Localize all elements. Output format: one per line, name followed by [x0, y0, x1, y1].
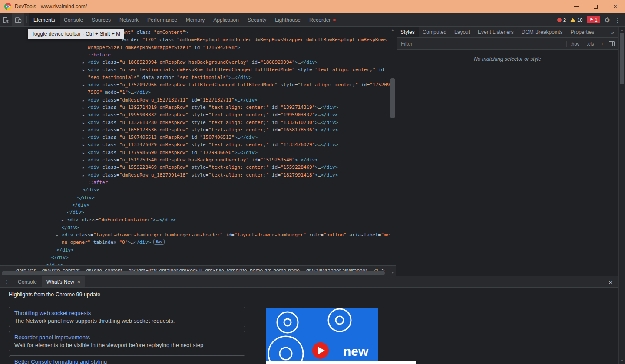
- elements-horizontal-scrollbar-thumb[interactable]: [2, 271, 385, 275]
- expand-arrow-icon[interactable]: ▶: [62, 217, 63, 224]
- dom-tree-line[interactable]: 7966" mode="1">…</div>: [0, 89, 396, 96]
- dom-tree-line[interactable]: ▶<div class="u_seo-testimonials dmRespRo…: [0, 66, 396, 73]
- dom-tree-line[interactable]: ::before: [0, 51, 396, 59]
- styles-tab-styles[interactable]: Styles: [397, 27, 419, 37]
- error-indicator[interactable]: 2: [557, 17, 566, 23]
- dom-tree-line[interactable]: ▶<div class="u_1868920994 dmRespRow hasB…: [0, 59, 396, 66]
- dom-tree-line[interactable]: "seo-testimonials" data-anchor="seo-test…: [0, 74, 396, 81]
- panel-tab-application[interactable]: Application: [209, 13, 243, 26]
- dom-tree-line[interactable]: nu opener" tabindex="0">…</div>flex: [0, 239, 396, 246]
- window-vertical-scrollbar[interactable]: ▲ ▼: [618, 27, 625, 364]
- scroll-down-icon[interactable]: ▼: [390, 270, 396, 275]
- panel-tab-elements[interactable]: Elements: [29, 13, 60, 26]
- inspect-element-button[interactable]: [0, 13, 12, 26]
- scroll-up-icon[interactable]: ▲: [390, 27, 396, 33]
- dom-tree-line[interactable]: ▶<div class="dmRespRow u_1527132711" id=…: [0, 96, 396, 104]
- panel-tab-security[interactable]: Security: [243, 13, 271, 26]
- panel-tab-performance[interactable]: Performance: [143, 13, 182, 26]
- styles-tab-dom-breakpoints[interactable]: DOM Breakpoints: [518, 27, 567, 37]
- scrollbar-thumb[interactable]: [390, 78, 395, 118]
- panel-tab-console[interactable]: Console: [60, 13, 87, 26]
- styles-tab-properties[interactable]: Properties: [567, 27, 599, 37]
- styles-tab-event-listeners[interactable]: Event Listeners: [474, 27, 518, 37]
- settings-gear-icon[interactable]: ⚙: [605, 16, 610, 24]
- toggle-sidebar-pane-icon[interactable]: [609, 41, 615, 46]
- more-tabs-chevron-icon[interactable]: »: [607, 27, 618, 37]
- dom-tree-line[interactable]: ▶<div class="u_1392714319 dmRespRow" sty…: [0, 104, 396, 111]
- close-tab-icon[interactable]: ×: [77, 279, 81, 285]
- dom-tree-line[interactable]: ▶<div class="u_1658178536 dmRespRow" sty…: [0, 126, 396, 134]
- drawer-menu-icon[interactable]: ⋮: [0, 276, 13, 287]
- whats-new-video-thumbnail[interactable]: new: [266, 308, 378, 364]
- warning-indicator[interactable]: 10: [570, 17, 582, 23]
- close-button[interactable]: ×: [605, 0, 625, 13]
- card-title-link[interactable]: Better Console formatting and styling: [14, 358, 240, 364]
- expand-arrow-icon[interactable]: ▶: [83, 59, 84, 67]
- line-content: ▶<div class="u_1507406513 dmRespRow" id=…: [88, 134, 258, 140]
- drawer-tab-what-s-new[interactable]: What's New×: [42, 276, 85, 287]
- dom-tree-line[interactable]: ▶<div class="layout-drawer-hamburger ham…: [0, 231, 396, 239]
- expand-arrow-icon[interactable]: ▶: [83, 97, 84, 105]
- expand-arrow-icon[interactable]: ▶: [83, 142, 84, 149]
- dom-tree-line[interactable]: </div>: [0, 194, 396, 201]
- dom-tree-line[interactable]: </div>: [0, 201, 396, 209]
- card-title-link[interactable]: Recorder panel improvements: [14, 334, 240, 341]
- dom-tree-line[interactable]: ▶<div class="u_1752097966 dmRespRow full…: [0, 81, 396, 89]
- expand-arrow-icon[interactable]: ▶: [83, 112, 84, 119]
- dom-tree-line[interactable]: </div>: [0, 186, 396, 193]
- dom-tree-line[interactable]: ▶<div class="dmRespRow u_1827991418" sty…: [0, 171, 396, 179]
- code-token: "175209: [370, 82, 390, 88]
- dom-tree-line[interactable]: ▶<div class="u_1779986690 dmRespRow" id=…: [0, 149, 396, 156]
- styles-tab-layout[interactable]: Layout: [450, 27, 474, 37]
- expand-arrow-icon[interactable]: ▶: [83, 105, 84, 112]
- expand-arrow-icon[interactable]: ▶: [83, 127, 84, 134]
- dom-tree-line[interactable]: </div>: [0, 261, 396, 265]
- card-title-link[interactable]: Throttling web socket requests: [14, 310, 240, 316]
- scroll-down-icon[interactable]: ▼: [619, 358, 625, 364]
- expand-arrow-icon[interactable]: ▶: [56, 232, 58, 239]
- dom-tree-line[interactable]: ▶<div class="u_1995903332 dmRespRow" sty…: [0, 111, 396, 118]
- dom-tree-line[interactable]: </div>: [0, 254, 396, 261]
- expand-arrow-icon[interactable]: ▶: [83, 157, 84, 164]
- scrollbar-thumb[interactable]: [620, 33, 624, 84]
- dom-tree-line[interactable]: ::after: [0, 179, 396, 186]
- close-drawer-button[interactable]: ×: [606, 276, 615, 288]
- expand-arrow-icon[interactable]: ▶: [83, 150, 84, 157]
- scroll-up-icon[interactable]: ▲: [619, 27, 625, 33]
- expand-arrow-icon[interactable]: ▶: [83, 67, 84, 74]
- expand-arrow-icon[interactable]: ▶: [83, 172, 84, 180]
- issues-badge[interactable]: ⚑ 1: [587, 16, 600, 23]
- panel-tab-sources[interactable]: Sources: [87, 13, 115, 26]
- drawer-tab-console[interactable]: Console: [13, 276, 42, 287]
- dom-tree-line[interactable]: </div>: [0, 209, 396, 216]
- dom-tree-line[interactable]: ▶<div class="u_1507406513 dmRespRow" id=…: [0, 134, 396, 141]
- styles-sidebar: StylesComputedLayoutEvent ListenersDOM B…: [397, 27, 618, 276]
- expand-arrow-icon[interactable]: ▶: [83, 134, 84, 142]
- dom-tree-line[interactable]: WrapperSize3 dmRespRowsWrapperSize1" id=…: [0, 44, 396, 51]
- panel-tab-memory[interactable]: Memory: [182, 13, 209, 26]
- expand-arrow-icon[interactable]: ▶: [83, 82, 84, 89]
- flex-badge[interactable]: flex: [153, 239, 165, 245]
- toggle-device-toolbar-button[interactable]: [12, 13, 24, 26]
- maximize-button[interactable]: [586, 0, 605, 13]
- dom-tree-line[interactable]: </div>: [0, 224, 396, 231]
- cls-toggle-button[interactable]: .cls: [583, 41, 598, 46]
- panel-tab-recorder[interactable]: Recorder: [305, 13, 340, 26]
- minimize-button[interactable]: [566, 0, 586, 13]
- hov-toggle-button[interactable]: :hov: [567, 41, 583, 46]
- dom-tree-line[interactable]: ▶<div class="u_1133476029 dmRespRow" sty…: [0, 141, 396, 148]
- dom-tree-line[interactable]: ▶<div class="u_1559228469 dmRespRow" sty…: [0, 164, 396, 171]
- dom-tree-line[interactable]: ▶<div class="dmFooterContainer">…</div>: [0, 216, 396, 223]
- expand-arrow-icon[interactable]: ▶: [83, 164, 84, 172]
- styles-tab-computed[interactable]: Computed: [419, 27, 450, 37]
- more-options-icon[interactable]: ⋮: [615, 16, 621, 23]
- panel-tab-network[interactable]: Network: [115, 13, 143, 26]
- dom-tree-line[interactable]: ▶<div class="u_1332610230 dmRespRow" sty…: [0, 119, 396, 126]
- styles-filter-input[interactable]: Filter: [397, 41, 566, 47]
- new-style-rule-button[interactable]: +: [598, 41, 607, 46]
- dom-tree-line[interactable]: ▶<div class="u_1519259540 dmRespRow hasB…: [0, 156, 396, 164]
- dom-tree-line[interactable]: </div>: [0, 246, 396, 254]
- elements-vertical-scrollbar[interactable]: ▲ ▼: [390, 27, 396, 276]
- panel-tab-lighthouse[interactable]: Lighthouse: [271, 13, 305, 26]
- expand-arrow-icon[interactable]: ▶: [83, 120, 84, 127]
